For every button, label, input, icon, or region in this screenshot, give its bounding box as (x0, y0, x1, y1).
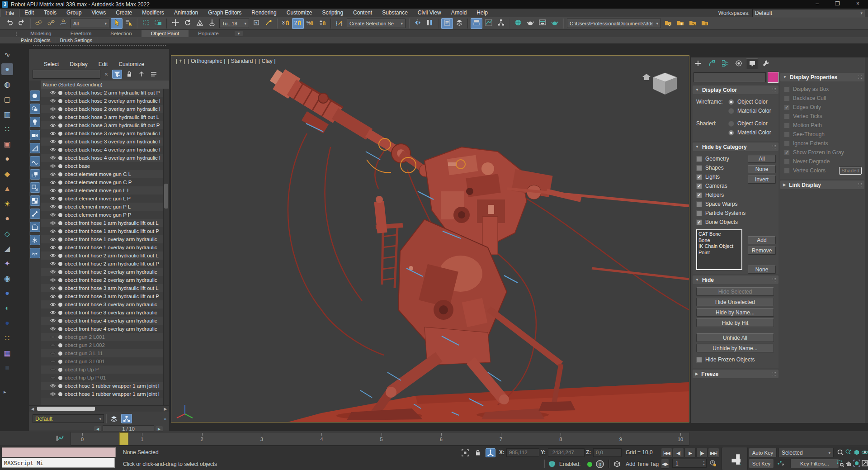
orbit-button[interactable] (861, 448, 868, 457)
checkbox[interactable] (784, 141, 790, 147)
ribbon-overflow-button[interactable]: ▾ (235, 31, 243, 36)
object-list-item[interactable]: obect hose 1 rubber wrapper 1 arm joint … (41, 390, 164, 398)
toggle-ribbon-button[interactable] (471, 18, 482, 29)
checkbox[interactable]: ✓ (784, 104, 790, 110)
filter-bones-icon[interactable] (30, 209, 40, 219)
rollout-header-display-color[interactable]: ▼Display Color (693, 85, 778, 94)
menu-substance[interactable]: Substance (377, 9, 413, 18)
eye-open-icon[interactable] (50, 326, 56, 332)
overflow-chevrons[interactable]: » (164, 416, 166, 422)
add-key-button[interactable] (722, 447, 748, 470)
set-key-button[interactable]: Set Key (749, 459, 774, 468)
y-coordinate-field[interactable]: -2434,247 (548, 448, 585, 457)
render-toggle-icon[interactable] (58, 270, 62, 274)
project-folder-list-button[interactable] (699, 18, 711, 29)
eye-open-icon[interactable] (50, 383, 56, 389)
viewport-label-segment-2[interactable]: [ Standard ] (228, 58, 256, 64)
maxscript-listener-output[interactable] (2, 447, 116, 457)
object-list-item[interactable]: obect back hose 4 overlay arm hydraulic … (41, 154, 164, 162)
hide-by-hitbutton[interactable]: Hide by Hit (696, 318, 774, 327)
schematic-view-button[interactable] (495, 18, 507, 29)
maxscript-mini-listener-input[interactable]: MAXScript Mi (2, 458, 115, 468)
object-list-item[interactable]: obect hip Up P (41, 366, 164, 374)
filter-hidden-icon[interactable] (30, 248, 40, 258)
radio-row[interactable]: Wireframe:Object Color (696, 97, 776, 106)
object-list-item[interactable]: obect gun 2 L001 (41, 333, 164, 341)
object-name-field[interactable] (693, 72, 766, 82)
window-crossing-button[interactable] (152, 18, 164, 29)
object-list-item[interactable]: obect back hose 3 overlay arm hydraulic … (41, 138, 164, 146)
maximize-button[interactable]: ❐ (827, 0, 848, 9)
eye-open-icon[interactable] (50, 212, 56, 218)
menu-arnold[interactable]: Arnold (446, 9, 472, 18)
menu-rendering[interactable]: Rendering (246, 9, 281, 18)
dock-tool-9-icon[interactable]: ◆ (1, 168, 13, 180)
dock-tool-12-icon[interactable]: ● (1, 213, 13, 224)
eye-closed-icon[interactable] (50, 334, 56, 340)
menu-views[interactable]: Views (86, 9, 111, 18)
dock-tool-1-icon[interactable]: ∿ (1, 48, 13, 60)
menu-help[interactable]: Help (472, 9, 493, 18)
eye-open-icon[interactable] (50, 98, 56, 104)
render-setup-button[interactable] (524, 18, 536, 29)
viewport[interactable]: [ + ][ Orthographic ][ Standard ][ Clay … (171, 55, 689, 423)
render-toggle-icon[interactable] (58, 311, 62, 315)
key-mode-toggle-icon[interactable] (776, 459, 786, 468)
eye-open-icon[interactable] (50, 261, 56, 267)
eye-open-icon[interactable] (50, 277, 56, 283)
dock-tool-18-icon[interactable]: ◐ (1, 302, 13, 314)
eye-open-icon[interactable] (50, 228, 56, 234)
object-list-item[interactable]: obect back hose 2 overlay arm hydraulic … (41, 105, 164, 113)
object-list-item[interactable]: obect front hose 3 overlay arm hydraulic (41, 309, 164, 317)
display-tab[interactable] (746, 58, 758, 69)
radio-row[interactable]: Shaded:Object Color (696, 119, 776, 128)
dock-tool-4-icon[interactable]: ▢ (1, 93, 13, 105)
ribbon-tab-modeling[interactable]: Modeling (21, 30, 61, 37)
object-list-item[interactable]: obect back hose 2 arm hydraulic lift out… (41, 89, 164, 97)
render-toggle-icon[interactable] (58, 205, 62, 209)
project-folder-dropdown[interactable]: C:\Users\Professional\Documents\3ds Max … (567, 19, 661, 28)
select-and-manipulate-button[interactable] (263, 18, 274, 29)
eye-open-icon[interactable] (50, 114, 56, 120)
filter-space-warps-icon[interactable] (30, 156, 40, 166)
checkbox-row[interactable]: Vertex Ticks (784, 112, 862, 121)
render-toggle-icon[interactable] (58, 351, 62, 356)
active-layer-dropdown[interactable]: Default ▾ (33, 414, 104, 423)
zoom-extents-button[interactable] (853, 448, 860, 457)
object-list-item[interactable]: obect element move gun P P (41, 211, 164, 219)
render-toggle-icon[interactable] (58, 278, 62, 282)
select-and-rotate-button[interactable] (182, 18, 193, 29)
list-add-button[interactable]: Add (748, 236, 776, 244)
checkbox-row[interactable]: Motion Path (784, 121, 862, 130)
radio-row[interactable]: Material Color (696, 106, 776, 115)
render-toggle-icon[interactable] (58, 303, 62, 307)
toggle-layer-explorer-button[interactable] (453, 18, 465, 29)
menu-animation[interactable]: Animation (169, 9, 203, 18)
named-selection-sets-dropdown[interactable]: Create Selection Se▾ (347, 19, 406, 28)
render-toggle-icon[interactable] (58, 91, 62, 95)
object-list-item[interactable]: obect back hose 3 arm hydraulic lift out… (41, 113, 164, 121)
select-children-icon[interactable] (137, 70, 146, 79)
checkbox[interactable] (696, 201, 702, 207)
checkbox[interactable]: ✓ (696, 174, 702, 180)
filter-lights-icon[interactable] (30, 117, 40, 127)
checkbox-row[interactable]: ✓Bone Objects (696, 218, 776, 227)
ribbon-tab-selection[interactable]: Selection (101, 30, 141, 37)
checkbox[interactable] (784, 159, 790, 165)
render-toggle-icon[interactable] (58, 237, 62, 242)
time-ruler[interactable]: 012345678910 (71, 432, 689, 446)
selection-lock-icon[interactable] (473, 448, 483, 457)
filter-helpers-icon[interactable] (30, 143, 40, 153)
scroll-thumb[interactable] (164, 184, 168, 209)
render-toggle-icon[interactable] (58, 319, 62, 323)
object-list-item[interactable]: obect front hose 1 overlay arm hydraulic (41, 235, 164, 243)
render-toggle-icon[interactable] (58, 132, 62, 136)
filter-funnel-icon[interactable] (112, 70, 122, 79)
eye-closed-icon[interactable] (50, 375, 56, 381)
render-toggle-icon[interactable] (58, 392, 62, 396)
eye-open-icon[interactable] (50, 318, 56, 324)
mini-curve-editor-icon[interactable] (52, 433, 68, 444)
rollout-header-display-properties[interactable]: ▼Display Properties (780, 73, 864, 81)
object-list-item[interactable]: obect element move gun C L (41, 170, 164, 178)
select-and-move-button[interactable] (170, 18, 181, 29)
